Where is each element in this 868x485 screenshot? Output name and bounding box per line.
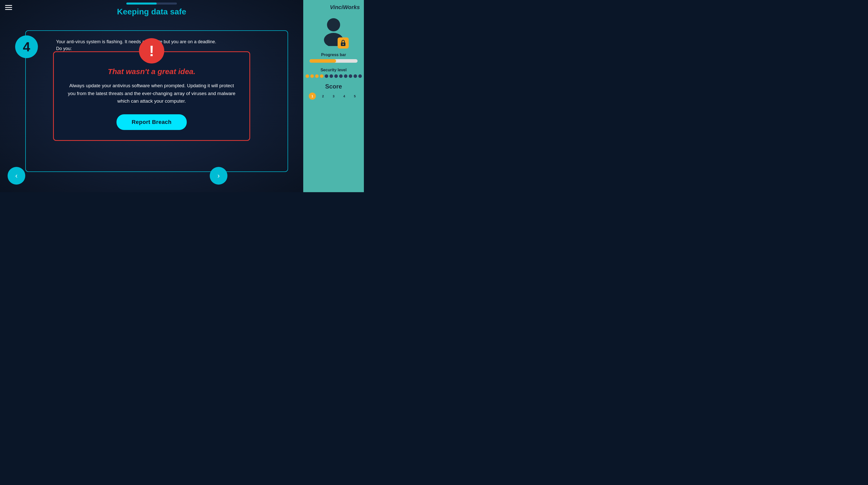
- modal-box: ! That wasn't a great idea. Always updat…: [53, 51, 250, 141]
- score-item-5: 5: [351, 92, 358, 99]
- modal-alert-icon: !: [139, 38, 164, 63]
- sidebar-logo: VinciWorks: [307, 4, 360, 10]
- modal-overlay: ! That wasn't a great idea. Always updat…: [0, 0, 303, 192]
- security-dot-5: [325, 74, 328, 78]
- security-dots-container: [306, 74, 362, 78]
- security-dot-7: [334, 74, 338, 78]
- security-dot-3: [315, 74, 319, 78]
- security-dot-12: [358, 74, 362, 78]
- score-5-label: 5: [354, 94, 355, 98]
- modal-body-text: Always update your antivirus software wh…: [66, 82, 237, 105]
- lock-badge: [338, 37, 349, 49]
- progress-bar-label: Progress bar: [321, 53, 346, 57]
- security-dot-10: [349, 74, 352, 78]
- security-dot-4: [320, 74, 323, 78]
- sidebar: VinciWorks Progress bar Security level: [303, 0, 364, 192]
- main-content-area: Keeping data safe 4 Your anti-virus syst…: [0, 0, 303, 192]
- security-dot-6: [330, 74, 333, 78]
- score-2-label: 2: [322, 94, 324, 98]
- score-label: Score: [325, 83, 342, 90]
- lock-icon: [340, 39, 346, 47]
- score-item-3: 3: [330, 92, 337, 99]
- avatar-container: [318, 16, 349, 49]
- svg-point-3: [343, 44, 344, 45]
- score-1-label: 1: [311, 94, 313, 98]
- security-dot-8: [339, 74, 343, 78]
- modal-title: That wasn't a great idea.: [66, 67, 237, 76]
- score-4-label: 4: [343, 94, 345, 98]
- score-numbers: 1 2 3 4 5: [309, 92, 358, 99]
- report-breach-button[interactable]: Report Breach: [117, 114, 187, 130]
- security-level-label: Security level: [320, 68, 346, 72]
- security-dot-11: [353, 74, 357, 78]
- sidebar-progress-fill: [310, 59, 336, 63]
- score-item-2: 2: [319, 92, 327, 99]
- security-dot-9: [344, 74, 347, 78]
- sidebar-progress-bar: [310, 59, 358, 63]
- svg-point-0: [327, 18, 340, 31]
- security-dot-2: [310, 74, 314, 78]
- modal-exclamation: !: [149, 42, 154, 60]
- score-3-label: 3: [333, 94, 334, 98]
- security-dot-1: [306, 74, 309, 78]
- score-item-4: 4: [341, 92, 348, 99]
- score-item-1: 1: [309, 92, 316, 99]
